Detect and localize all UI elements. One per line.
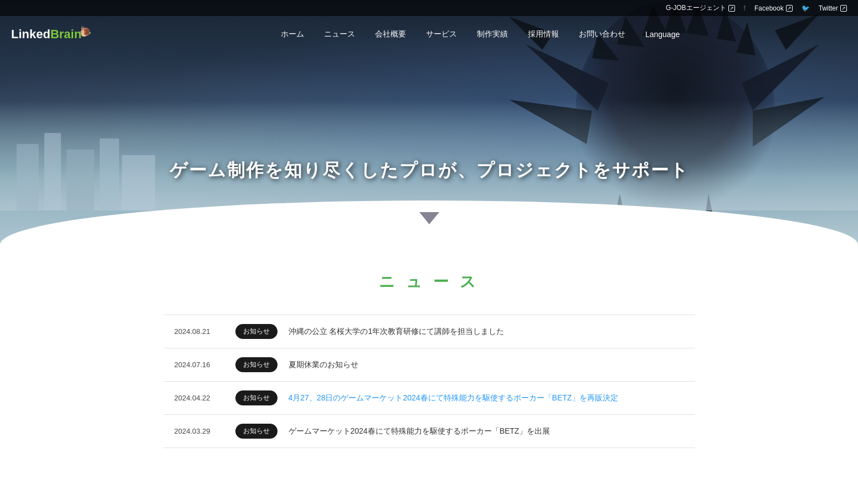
twitter-label: Twitter [819,4,838,12]
nav-home[interactable]: ホーム [271,25,314,44]
sep2: 🐦 [802,4,810,12]
hero-structures [0,100,249,210]
snail-icon: 🐌 [79,25,91,38]
news-item: 2024.08.21 お知らせ 沖縄の公立 名桜大学の1年次教育研修にて講師を担… [163,315,695,348]
news-item: 2024.03.29 お知らせ ゲームマーケット2024春にて特殊能力を駆使する… [163,415,695,448]
facebook-external-icon: ↗ [786,5,793,12]
hero-section: LinkedBrain 🐌 ホーム ニュース 会社概要 サービス 制作実績 採用… [0,0,858,255]
news-date-2: 2024.07.16 [174,361,224,369]
news-section-title: ニ ュ ー ス [163,271,695,292]
gjob-label: G-JOBエージェント [666,3,726,13]
news-text-1: 沖縄の公立 名桜大学の1年次教育研修にて講師を担当しました [289,327,684,337]
hero-title: ゲーム制作を知り尽くしたプロが、プロジェクトをサポート [0,158,858,183]
news-badge-2: お知らせ [235,357,278,372]
news-badge-3: お知らせ [235,390,278,405]
nav-contact[interactable]: お問い合わせ [569,25,635,44]
news-badge-4: お知らせ [235,424,278,439]
news-badge-1: お知らせ [235,324,278,339]
nav-links: ホーム ニュース 会社概要 サービス 制作実績 採用情報 お問い合わせ Lang… [114,25,847,44]
news-text-2: 夏期休業のお知らせ [289,360,684,370]
news-item: 2024.04.22 お知らせ 4月27、28日のゲームマーケット2024春にて… [163,382,695,415]
logo[interactable]: LinkedBrain 🐌 [11,27,91,42]
nav-services[interactable]: サービス [416,25,467,44]
navbar: LinkedBrain 🐌 ホーム ニュース 会社概要 サービス 制作実績 採用… [0,18,858,51]
facebook-link[interactable]: Facebook ↗ [754,4,793,12]
scroll-indicator [419,212,439,224]
news-list: 2024.08.21 お知らせ 沖縄の公立 名桜大学の1年次教育研修にて講師を担… [163,315,695,448]
main-content: ニ ュ ー ス 2024.08.21 お知らせ 沖縄の公立 名桜大学の1年次教育… [0,255,858,470]
news-section: ニ ュ ー ス 2024.08.21 お知らせ 沖縄の公立 名桜大学の1年次教育… [152,271,706,448]
nav-recruit[interactable]: 採用情報 [518,25,569,44]
nav-works[interactable]: 制作実績 [467,25,518,44]
news-date-4: 2024.03.29 [174,427,224,435]
twitter-link[interactable]: Twitter ↗ [819,4,847,12]
facebook-label: Facebook [754,4,784,12]
gjob-external-icon: ↗ [728,5,735,12]
nav-language[interactable]: Language [635,25,690,43]
logo-text: LinkedBrain [11,27,81,42]
nav-news[interactable]: ニュース [314,25,365,44]
hero-headline: ゲーム制作を知り尽くしたプロが、プロジェクトをサポート [0,158,858,183]
gjob-link[interactable]: G-JOBエージェント ↗ [666,3,735,13]
news-date-1: 2024.08.21 [174,327,224,336]
sep1: f [744,4,746,12]
news-date-3: 2024.04.22 [174,394,224,402]
news-text-4[interactable]: ゲームマーケット2024春にて特殊能力を駆使するポーカー「BETZ」を出展 [289,426,684,436]
top-bar: G-JOBエージェント ↗ f Facebook ↗ 🐦 Twitter ↗ [0,0,858,16]
nav-about[interactable]: 会社概要 [365,25,416,44]
news-item: 2024.07.16 お知らせ 夏期休業のお知らせ [163,348,695,382]
twitter-external-icon: ↗ [840,5,847,12]
news-text-3[interactable]: 4月27、28日のゲームマーケット2024春にて特殊能力を駆使するポーカー「BE… [289,393,684,403]
